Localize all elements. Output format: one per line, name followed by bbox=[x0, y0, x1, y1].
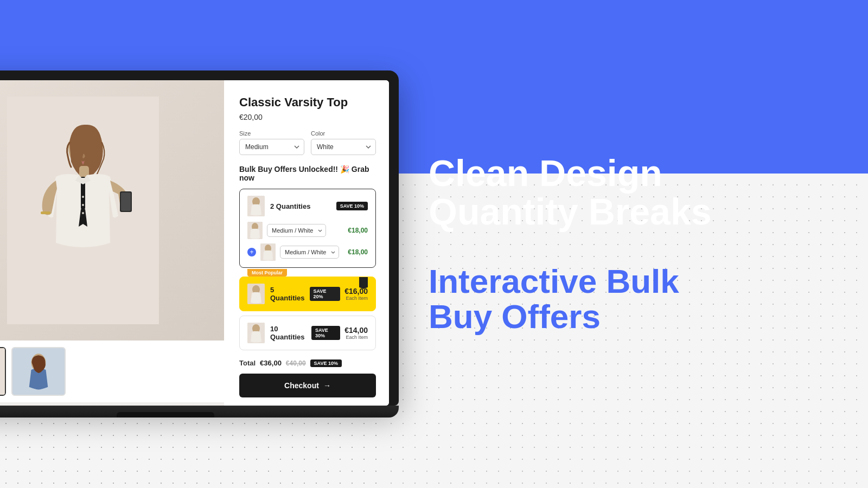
offer-card-10qty-left: 10 Quantities bbox=[247, 323, 311, 343]
svg-rect-7 bbox=[121, 192, 131, 211]
variant-2-thumb bbox=[260, 243, 276, 261]
laptop-notch bbox=[117, 412, 214, 418]
variant-1-price: €18,00 bbox=[348, 227, 368, 234]
popular-badge: Most Popular bbox=[247, 269, 287, 277]
offer-10qty-price: €14,00 bbox=[344, 326, 368, 335]
right-content: Clean Design Quantity Breaks Interactive… bbox=[429, 154, 825, 335]
offer-5qty-thumb bbox=[247, 284, 265, 304]
bulk-header: Bulk Buy Offers Unlocked!! 🎉 Grab now bbox=[239, 165, 376, 182]
checkout-button[interactable]: Checkout → bbox=[239, 374, 376, 397]
variant-1-thumb bbox=[247, 222, 263, 239]
color-option-group: Color White Black Blue bbox=[311, 130, 376, 155]
plus-icon: + bbox=[247, 248, 256, 256]
variant-2-select[interactable]: Medium / White Medium / Black Large / Wh… bbox=[280, 246, 339, 259]
offer-5qty-right: SAVE 20% €16,00 Each Item bbox=[310, 287, 368, 301]
right-panel: Clean Design Quantity Breaks Interactive… bbox=[385, 0, 868, 488]
svg-point-9 bbox=[82, 196, 84, 198]
product-price: €20,00 bbox=[239, 113, 376, 121]
offer-10qty-sub: Each Item bbox=[344, 335, 368, 340]
offer-card-2qty[interactable]: 2 Quantities SAVE 10% bbox=[239, 189, 376, 268]
offer-card-2qty-header: 2 Quantities SAVE 10% bbox=[247, 196, 368, 216]
size-select[interactable]: Medium Small Large XL bbox=[239, 139, 304, 155]
svg-rect-8 bbox=[41, 211, 50, 214]
offer-5qty-save: SAVE 20% bbox=[310, 287, 341, 301]
headline-line2: Quantity Breaks bbox=[429, 191, 712, 232]
variant-2-price: €18,00 bbox=[348, 248, 368, 256]
offer-card-2qty-left: 2 Quantities bbox=[247, 196, 310, 216]
subheadline-line1: Interactive Bulk bbox=[429, 262, 679, 300]
svg-point-10 bbox=[82, 204, 84, 206]
left-panel: Classic Varsity Top €20,00 Size Medium S… bbox=[0, 0, 385, 488]
offer-card-10qty[interactable]: 10 Quantities SAVE 30% €14,00 Each Item bbox=[239, 316, 376, 350]
offer-card-10qty-header: 10 Quantities SAVE 30% €14,00 Each Item bbox=[247, 323, 368, 343]
options-row: Size Medium Small Large XL Color Wh bbox=[239, 130, 376, 155]
thumbnail-row bbox=[0, 341, 224, 402]
size-label: Size bbox=[239, 130, 304, 137]
woman-illustration bbox=[7, 97, 159, 324]
offer-card-5qty-header: 5 Quantities SAVE 20% €16,00 Each Item bbox=[247, 284, 368, 304]
thumbnail-2[interactable] bbox=[11, 347, 66, 396]
variant-row-1: Medium / White Medium / Black Large / Wh… bbox=[247, 222, 368, 239]
size-option-group: Size Medium Small Large XL bbox=[239, 130, 304, 155]
offer-10qty-thumb bbox=[247, 323, 265, 343]
total-bar: Total €36,00 €40,00 SAVE 10% bbox=[239, 355, 376, 371]
laptop-mockup: Classic Varsity Top €20,00 Size Medium S… bbox=[0, 70, 399, 418]
offer-5qty-price-group: €16,00 Each Item bbox=[344, 287, 368, 301]
offer-card-5qty-left: 5 Quantities bbox=[247, 284, 310, 304]
svg-point-11 bbox=[82, 212, 84, 214]
offer-5qty-sub: Each Item bbox=[344, 296, 368, 301]
product-main-image bbox=[0, 80, 224, 341]
offer-10qty-label: 10 Quantities bbox=[270, 325, 311, 341]
offer-card-5qty[interactable]: Most Popular bbox=[239, 277, 376, 311]
offer-5qty-label: 5 Quantities bbox=[270, 286, 310, 302]
offer-2qty-label: 2 Quantities bbox=[270, 202, 310, 210]
offer-2qty-thumb bbox=[247, 196, 265, 216]
product-title: Classic Varsity Top bbox=[239, 95, 376, 110]
headline-blue: Interactive Bulk Buy Offers bbox=[429, 264, 825, 334]
svg-rect-12 bbox=[0, 348, 5, 395]
offer-2qty-save: SAVE 10% bbox=[336, 202, 368, 210]
screen-image-panel bbox=[0, 80, 224, 406]
thumbnail-1[interactable] bbox=[0, 347, 6, 396]
offer-10qty-right: SAVE 30% €14,00 Each Item bbox=[311, 326, 368, 340]
laptop-screen: Classic Varsity Top €20,00 Size Medium S… bbox=[0, 80, 389, 406]
headline-white: Clean Design Quantity Breaks bbox=[429, 154, 825, 232]
laptop-body: Classic Varsity Top €20,00 Size Medium S… bbox=[0, 70, 399, 406]
variant-row-2: + Medium / White bbox=[247, 243, 368, 261]
color-select[interactable]: White Black Blue bbox=[311, 139, 376, 155]
checkout-arrow: → bbox=[323, 381, 331, 390]
variant-1-select[interactable]: Medium / White Medium / Black Large / Wh… bbox=[267, 224, 326, 237]
laptop-base bbox=[0, 406, 399, 418]
popular-bookmark bbox=[359, 277, 368, 289]
offer-10qty-price-group: €14,00 Each Item bbox=[344, 326, 368, 340]
total-new-price: €36,00 bbox=[260, 359, 282, 367]
total-label: Total bbox=[239, 359, 256, 367]
product-details-panel: Classic Varsity Top €20,00 Size Medium S… bbox=[224, 80, 389, 406]
checkout-label: Checkout bbox=[284, 381, 319, 390]
blue-box bbox=[385, 0, 868, 174]
total-save-badge: SAVE 10% bbox=[310, 359, 342, 367]
color-label: Color bbox=[311, 130, 376, 137]
total-old-price: €40,00 bbox=[286, 359, 306, 367]
subheadline-line2: Buy Offers bbox=[429, 298, 601, 335]
offer-10qty-save: SAVE 30% bbox=[311, 326, 340, 340]
headline-line1: Clean Design bbox=[429, 152, 662, 194]
variant-rows: Medium / White Medium / Black Large / Wh… bbox=[247, 222, 368, 261]
